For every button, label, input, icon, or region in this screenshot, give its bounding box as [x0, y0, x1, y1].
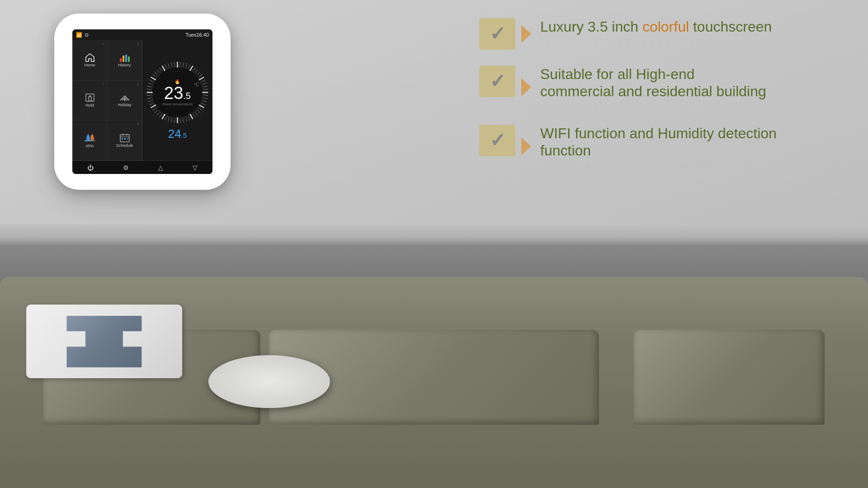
svg-line-62: [147, 98, 151, 99]
check-mark-2: ✓: [490, 72, 505, 91]
feature-dots-2: · · · · · · · · · · · · · · · · · · · · …: [540, 104, 766, 109]
thermostat-device: 📶 ⊙ Tues16:40 ≡ Home ≡: [54, 14, 231, 190]
down-button[interactable]: ▽: [193, 164, 198, 171]
screen-time: Tues16:40: [185, 32, 209, 38]
svg-line-61: [148, 101, 152, 102]
svg-line-71: [155, 72, 157, 74]
screen-header: 📶 ⊙ Tues16:40: [72, 29, 212, 40]
clock-icon: ⊙: [85, 32, 89, 38]
wifi-icon: 📶: [76, 32, 82, 38]
svg-line-22: [186, 63, 187, 67]
set-temp-container: 24.5: [168, 127, 187, 141]
settings-button[interactable]: ⚙: [123, 164, 129, 171]
arrow-3: [521, 137, 531, 155]
svg-line-50: [174, 119, 175, 123]
svg-line-57: [155, 111, 157, 113]
svg-line-37: [203, 101, 207, 102]
features-panel: ✓ Luxury 3.5 inch colorful touchscreen ·…: [479, 18, 823, 184]
svg-line-65: [147, 89, 151, 89]
set-temp-decimal: .5: [181, 131, 187, 139]
check-box-3: ✓: [479, 125, 515, 156]
temp-value-container: 23.5 °C: [164, 84, 191, 102]
feature-title-2: Suitable for all High-endcommercial and …: [540, 66, 766, 100]
svg-line-53: [165, 117, 166, 120]
feature-text-3: WIFI function and Humidity detection fun…: [531, 125, 823, 168]
svg-line-33: [204, 89, 208, 89]
svg-line-75: [165, 64, 166, 67]
app-cell-hold[interactable]: ≡ Hold: [72, 80, 107, 121]
svg-rect-4: [86, 94, 94, 101]
humidity-icon-cell: [84, 133, 96, 143]
menu-dots-schedule: ≡: [137, 122, 139, 126]
check-mark-1: ✓: [490, 24, 505, 43]
svg-point-6: [89, 95, 91, 97]
power-button[interactable]: ⏻: [87, 164, 94, 171]
feature-title-1: Luxury 3.5 inch colorful touchscreen: [540, 18, 772, 35]
svg-line-47: [183, 119, 184, 122]
app-cell-holiday[interactable]: ≡ Holiday: [107, 80, 142, 121]
check-mark-3: ✓: [490, 131, 505, 150]
feature-text-2: Suitable for all High-endcommercial and …: [531, 66, 766, 109]
app-cell-schedule[interactable]: ≡ Schedule: [107, 120, 142, 160]
temp-main: 🔥 23.5 °C Room temperature: [162, 79, 193, 106]
hold-icon: [85, 93, 95, 102]
menu-dots-hold: ≡: [102, 82, 104, 86]
home-icon: [85, 53, 95, 62]
arrow-1: [521, 25, 531, 43]
screen-status-icons: 📶 ⊙: [76, 32, 89, 38]
holiday-label: Holiday: [118, 103, 131, 107]
check-box-2: ✓: [479, 66, 515, 97]
feature-text-1: Luxury 3.5 inch colorful touchscreen · ·…: [531, 18, 772, 44]
temp-main-number: 23: [164, 84, 183, 103]
svg-rect-0: [120, 58, 122, 62]
sofa-back: [0, 277, 868, 488]
app-cell-humidity[interactable]: 45%: [72, 120, 107, 160]
svg-line-67: [148, 83, 152, 84]
temperature-display: 🔥 23.5 °C Room temperature 24.5: [142, 40, 212, 160]
humidity-label: 45%: [85, 144, 94, 148]
svg-line-58: [152, 108, 155, 111]
svg-rect-16: [127, 138, 128, 140]
svg-line-28: [199, 75, 202, 77]
check-box-1: ✓: [479, 18, 515, 50]
svg-line-40: [199, 108, 202, 111]
pillow-pattern: [57, 316, 151, 367]
svg-line-23: [189, 64, 190, 67]
arrow-2: [521, 78, 531, 96]
feature-row-3: ✓ WIFI function and Humidity detection f…: [479, 125, 823, 168]
history-label: History: [118, 63, 131, 67]
svg-line-63: [147, 95, 151, 96]
app-cell-home[interactable]: ≡ Home: [72, 40, 107, 80]
highlight-1: colorful: [642, 19, 689, 35]
svg-line-30: [202, 80, 205, 81]
svg-line-46: [186, 118, 187, 122]
svg-line-55: [160, 114, 162, 117]
svg-rect-9: [85, 140, 91, 141]
svg-line-27: [198, 72, 200, 74]
svg-line-78: [174, 62, 175, 66]
svg-rect-15: [124, 138, 126, 140]
app-cell-history[interactable]: ≡ History: [107, 40, 142, 80]
holiday-icon: [119, 94, 130, 102]
feature-title-3: WIFI function and Humidity detection fun…: [540, 125, 823, 160]
svg-line-73: [160, 67, 162, 70]
menu-dots-holiday: ≡: [137, 82, 139, 86]
svg-line-26: [196, 70, 198, 72]
pillow-white: [26, 305, 183, 378]
home-label: Home: [84, 63, 95, 67]
svg-line-43: [193, 114, 196, 117]
svg-line-52: [168, 118, 169, 122]
temp-unit: °C: [194, 82, 199, 87]
history-icon: [119, 53, 130, 62]
feature-row-2: ✓ Suitable for all High-endcommercial an…: [479, 66, 823, 109]
up-button[interactable]: △: [158, 164, 163, 171]
svg-line-21: [183, 62, 184, 66]
svg-line-32: [204, 86, 208, 87]
svg-line-41: [198, 111, 200, 113]
svg-rect-14: [122, 138, 123, 140]
svg-line-25: [193, 67, 196, 70]
app-grid: ≡ Home ≡ History ≡: [72, 40, 142, 160]
bottom-control-bar: ⏻ ⚙ △ ▽: [72, 160, 212, 174]
pillow-knot: [208, 355, 330, 408]
schedule-label: Schedule: [116, 143, 133, 148]
